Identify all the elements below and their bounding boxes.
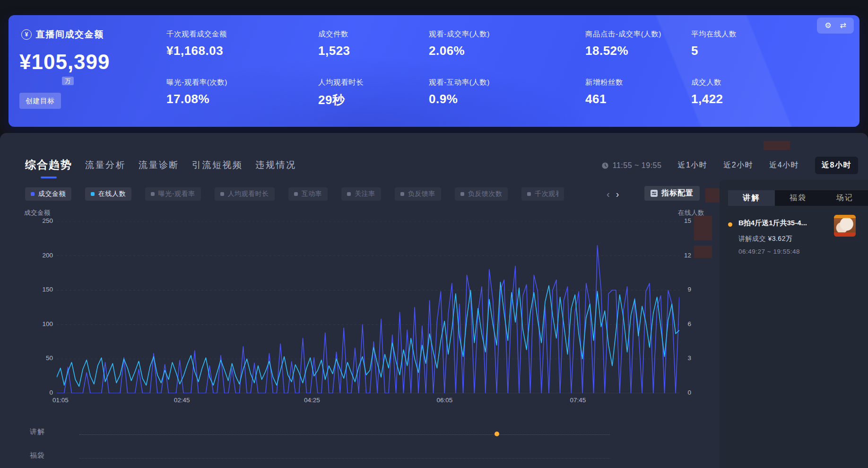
axis-tick: 0: [25, 389, 53, 396]
metrics-grid: 千次观看成交金额¥1,168.03成交件数1,523观看-成交率(人数)2.06…: [166, 29, 833, 126]
axis-tick: 0: [680, 389, 691, 396]
time-range-current: 11:55 ~ 19:55: [613, 161, 662, 170]
swap-icon[interactable]: ⇄: [840, 22, 846, 29]
sliders-icon: [651, 190, 658, 197]
axis-tick: 250: [25, 217, 53, 224]
time-option[interactable]: 近1小时: [677, 160, 707, 170]
legend-chip[interactable]: 负反馈次数: [455, 187, 508, 201]
metric-cell: 千次观看成交金额¥1,168.03: [166, 29, 318, 78]
metric-cell: 商品点击-成交率(人数)18.52%: [585, 29, 691, 78]
legend-dot: [220, 192, 224, 196]
legend-chip[interactable]: 人均观看时长: [215, 187, 275, 201]
metric-value: 5: [691, 44, 833, 58]
tab-流量诊断[interactable]: 流量诊断: [139, 159, 179, 171]
x-axis-tick: 07:45: [564, 397, 592, 404]
metric-value: 0.9%: [429, 92, 585, 106]
side-tab-讲解[interactable]: 讲解: [728, 190, 775, 206]
axis-tick: 3: [680, 354, 691, 362]
left-axis-title: 成交金额: [24, 209, 51, 217]
metric-cell: 成交人数1,422: [691, 78, 833, 126]
explain-side-panel: 讲解福袋场记 B拍4斤送1斤共35-4... 讲解成交 ¥3.62万 06:49…: [720, 180, 868, 468]
status-dot: [728, 222, 732, 227]
tab-流量分析[interactable]: 流量分析: [85, 159, 126, 171]
trend-chart[interactable]: [57, 221, 679, 393]
unit-badge: 万: [62, 77, 74, 85]
axis-tick: 200: [25, 252, 53, 259]
metric-label: 人均观看时长: [318, 78, 429, 88]
metric-cell: 曝光-观看率(次数)17.08%: [166, 78, 318, 126]
gear-icon[interactable]: ⚙: [825, 22, 831, 29]
metric-label: 观看-成交率(人数): [429, 29, 585, 39]
timeline-marker[interactable]: [495, 432, 499, 436]
legend-dot: [91, 192, 95, 196]
trend-panel: 综合趋势流量分析流量诊断引流短视频违规情况 11:55 ~ 19:55 近1小时…: [0, 133, 868, 468]
x-axis-tick: 04:25: [298, 397, 326, 404]
legend-chip-label: 互动率: [302, 190, 322, 198]
summary-header-card: ¥ 直播间成交金额 ¥105,399 万 创建目标 千次观看成交金额¥1,168…: [9, 15, 859, 127]
x-axis-tick: 01:05: [46, 397, 75, 404]
legend-dot: [527, 192, 531, 196]
x-axis-ticks: 01:0502:4504:2506:0507:45: [57, 397, 679, 406]
metric-value: 29秒: [318, 92, 429, 108]
product-thumbnail[interactable]: [834, 215, 856, 237]
metric-config-button[interactable]: 指标配置: [644, 186, 700, 201]
metric-cell: 观看-成交率(人数)2.06%: [429, 29, 585, 78]
explain-gmv-value: ¥3.62万: [768, 235, 792, 242]
x-axis-tick: 06:05: [430, 397, 459, 404]
timeline-row-label: 福袋: [30, 451, 45, 460]
legend-chip[interactable]: 互动率: [288, 187, 328, 201]
timeline-track: [79, 434, 610, 435]
metric-config-label: 指标配置: [661, 188, 694, 198]
metric-value: 1,523: [318, 44, 429, 58]
metric-cell: 新增粉丝数461: [585, 78, 691, 126]
timeline-track: [79, 458, 610, 459]
legend-chip-label: 曝光-观看率: [158, 190, 195, 198]
legend-dot: [400, 192, 404, 196]
time-option[interactable]: 近2小时: [723, 160, 753, 170]
metric-label: 成交件数: [318, 29, 429, 39]
axis-tick: 6: [680, 320, 691, 327]
explain-gmv-label: 讲解成交: [738, 235, 766, 242]
legend-chip[interactable]: 在线人数: [85, 187, 131, 201]
legend-chip[interactable]: 负反馈率: [395, 187, 441, 201]
legend-chip[interactable]: 曝光-观看率: [145, 187, 201, 201]
metric-value: 2.06%: [429, 44, 585, 58]
time-option[interactable]: 近4小时: [769, 160, 799, 170]
side-tab-福袋[interactable]: 福袋: [775, 190, 822, 206]
axis-tick: 12: [680, 252, 691, 259]
metric-label: 商品点击-成交率(人数): [585, 29, 691, 39]
axis-tick: 9: [680, 286, 691, 293]
chevron-right-icon[interactable]: ›: [616, 189, 619, 200]
metric-cell: 平均在线人数5: [691, 29, 833, 78]
time-range-options: 近1小时近2小时近4小时近8小时: [677, 157, 858, 174]
legend-chip[interactable]: 关注率: [341, 187, 381, 201]
metric-cell: 人均观看时长29秒: [318, 78, 429, 126]
timeline-row-label: 讲解: [30, 427, 45, 436]
explain-item-title[interactable]: B拍4斤送1斤共35-4...: [738, 219, 832, 228]
axis-tick: 150: [25, 286, 53, 293]
tab-综合趋势[interactable]: 综合趋势: [25, 158, 72, 172]
tab-引流短视频[interactable]: 引流短视频: [192, 159, 243, 171]
time-option[interactable]: 近8小时: [815, 157, 858, 174]
time-range-info: 11:55 ~ 19:55: [601, 161, 662, 170]
main-metric-header: ¥ 直播间成交金额: [21, 28, 104, 41]
legend-chip[interactable]: 成交金额: [25, 187, 71, 201]
legend-dot: [294, 192, 298, 196]
time-range-row: 11:55 ~ 19:55 近1小时近2小时近4小时近8小时: [601, 157, 858, 174]
legend-chip-label: 人均观看时长: [228, 190, 269, 198]
metric-label: 观看-互动率(人数): [429, 78, 585, 88]
background-artifact: [764, 141, 790, 150]
legend-chip[interactable]: 千次观看成交金额: [521, 187, 564, 201]
tab-违规情况[interactable]: 违规情况: [256, 159, 296, 171]
side-tab-场记[interactable]: 场记: [821, 190, 868, 206]
metric-label: 曝光-观看率(次数): [166, 78, 318, 88]
chevron-left-icon[interactable]: ‹: [607, 189, 610, 200]
legend-chip-label: 成交金额: [38, 190, 66, 198]
create-goal-button[interactable]: 创建目标: [19, 93, 61, 109]
explain-item-time: 06:49:27 ~ 19:55:48: [738, 248, 800, 255]
axis-tick: 50: [25, 354, 53, 362]
legend-chip-label: 负反馈次数: [468, 190, 503, 198]
background-artifact: [694, 246, 712, 258]
legend-chip-label: 关注率: [355, 190, 375, 198]
header-tools: ⚙ ⇄: [817, 18, 854, 34]
